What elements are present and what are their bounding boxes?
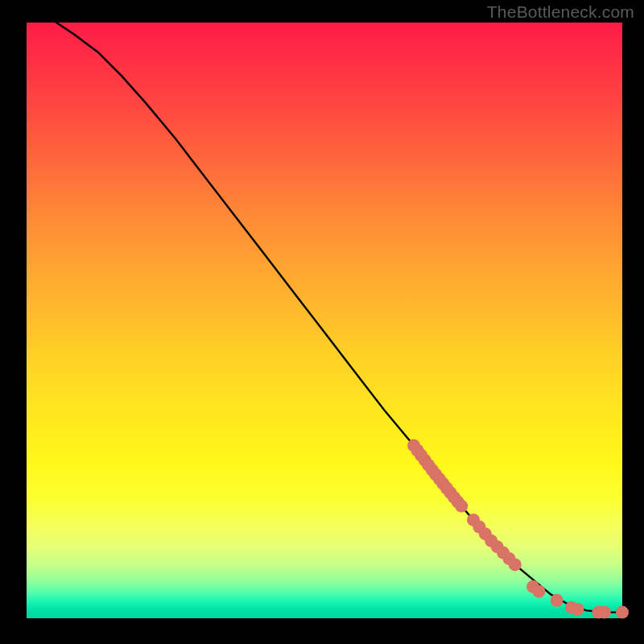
curve-svg <box>27 23 622 618</box>
watermark-text: TheBottleneck.com <box>487 2 634 22</box>
chart-frame: TheBottleneck.com <box>0 0 644 644</box>
plot-area <box>27 23 622 618</box>
data-point <box>551 594 564 607</box>
data-point <box>532 585 545 598</box>
bottleneck-curve <box>56 23 622 613</box>
data-point <box>455 500 468 513</box>
data-point <box>572 603 584 616</box>
data-point <box>598 606 611 619</box>
data-point <box>616 606 629 619</box>
data-markers <box>407 439 629 618</box>
data-point <box>509 558 522 571</box>
